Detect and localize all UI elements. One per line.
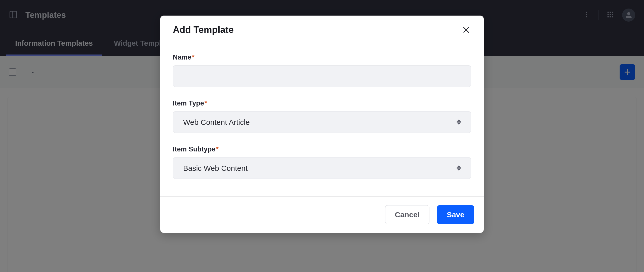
close-button[interactable] bbox=[461, 25, 471, 35]
item-type-select-wrap: Web Content Article bbox=[173, 111, 471, 133]
name-input[interactable] bbox=[173, 65, 471, 87]
modal-header: Add Template bbox=[160, 16, 484, 43]
required-asterisk: * bbox=[216, 145, 219, 153]
label-text: Item Subtype bbox=[173, 145, 216, 153]
modal-body: Name* Item Type* Web Content Article bbox=[160, 43, 484, 196]
modal-overlay: Add Template Name* Item Type* bbox=[0, 0, 644, 272]
cancel-button[interactable]: Cancel bbox=[385, 205, 429, 224]
modal-footer: Cancel Save bbox=[160, 196, 484, 233]
label-text: Item Type bbox=[173, 99, 204, 107]
item-type-label: Item Type* bbox=[173, 99, 471, 107]
form-group-name: Name* bbox=[173, 53, 471, 87]
label-text: Name bbox=[173, 53, 191, 61]
item-subtype-select[interactable]: Basic Web Content bbox=[173, 157, 471, 179]
form-group-item-type: Item Type* Web Content Article bbox=[173, 99, 471, 133]
required-asterisk: * bbox=[205, 99, 207, 107]
name-label: Name* bbox=[173, 53, 471, 61]
item-subtype-label: Item Subtype* bbox=[173, 145, 471, 153]
save-button[interactable]: Save bbox=[437, 205, 474, 224]
modal-title: Add Template bbox=[173, 25, 234, 35]
item-type-select[interactable]: Web Content Article bbox=[173, 111, 471, 133]
form-group-item-subtype: Item Subtype* Basic Web Content bbox=[173, 145, 471, 179]
required-asterisk: * bbox=[192, 53, 195, 61]
add-template-modal: Add Template Name* Item Type* bbox=[160, 16, 484, 233]
item-subtype-select-wrap: Basic Web Content bbox=[173, 157, 471, 179]
